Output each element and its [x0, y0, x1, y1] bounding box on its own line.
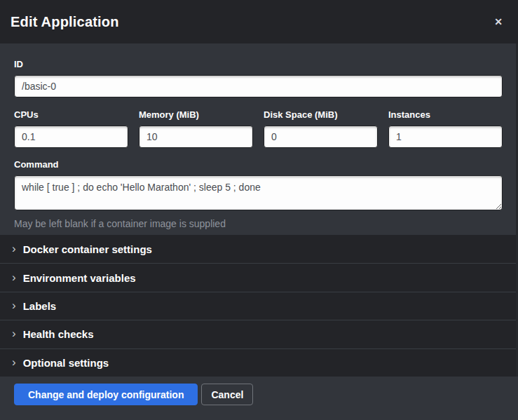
accordion-label: Labels	[23, 300, 57, 312]
chevron-right-icon: ›	[12, 356, 16, 368]
accordion-labels[interactable]: › Labels	[0, 292, 518, 320]
id-input[interactable]	[14, 75, 503, 97]
instances-label: Instances	[388, 109, 503, 120]
accordion-environment-variables[interactable]: › Environment variables	[0, 263, 518, 291]
disk-field-group: Disk Space (MiB)	[264, 109, 378, 148]
id-label: ID	[14, 59, 503, 69]
chevron-right-icon: ›	[12, 243, 16, 255]
close-icon: ✕	[494, 16, 503, 27]
chevron-right-icon: ›	[12, 271, 16, 283]
id-field-group: ID	[14, 59, 503, 97]
instances-input[interactable]	[388, 126, 503, 148]
accordion-label: Optional settings	[23, 357, 109, 369]
settings-accordion: › Docker container settings › Environmen…	[0, 235, 518, 377]
accordion-docker-container-settings[interactable]: › Docker container settings	[0, 235, 518, 263]
command-label: Command	[14, 159, 503, 170]
page-title: Edit Application	[11, 14, 119, 30]
cpus-input[interactable]	[14, 126, 128, 148]
cpus-field-group: CPUs	[14, 109, 128, 148]
change-and-deploy-button[interactable]: Change and deploy configuration	[14, 384, 198, 405]
instances-field-group: Instances	[388, 109, 503, 148]
memory-field-group: Memory (MiB)	[139, 109, 253, 148]
accordion-health-checks[interactable]: › Health checks	[0, 320, 518, 348]
accordion-label: Health checks	[23, 328, 94, 340]
cpus-label: CPUs	[14, 109, 128, 120]
memory-label: Memory (MiB)	[139, 109, 253, 120]
chevron-right-icon: ›	[12, 299, 16, 311]
chevron-right-icon: ›	[12, 327, 16, 339]
edit-application-modal: Edit Application ✕ ID CPUs Memory (MiB) …	[0, 0, 518, 420]
accordion-optional-settings[interactable]: › Optional settings	[0, 348, 518, 377]
close-button[interactable]: ✕	[490, 14, 507, 29]
accordion-label: Environment variables	[23, 272, 136, 284]
modal-header: Edit Application ✕	[0, 0, 518, 43]
cancel-button[interactable]: Cancel	[201, 384, 253, 405]
disk-space-input[interactable]	[264, 126, 378, 148]
command-textarea[interactable]: while [ true ] ; do echo 'Hello Marathon…	[14, 175, 503, 210]
modal-footer: Change and deploy configuration Cancel	[0, 377, 518, 420]
disk-space-label: Disk Space (MiB)	[264, 109, 378, 120]
memory-input[interactable]	[139, 126, 253, 148]
command-field-group: Command while [ true ] ; do echo 'Hello …	[14, 159, 503, 230]
resources-row: CPUs Memory (MiB) Disk Space (MiB) Insta…	[14, 109, 503, 148]
command-help-text: May be left blank if a container image i…	[14, 217, 503, 230]
accordion-label: Docker container settings	[23, 243, 152, 255]
application-form: ID CPUs Memory (MiB) Disk Space (MiB) In…	[0, 43, 518, 235]
